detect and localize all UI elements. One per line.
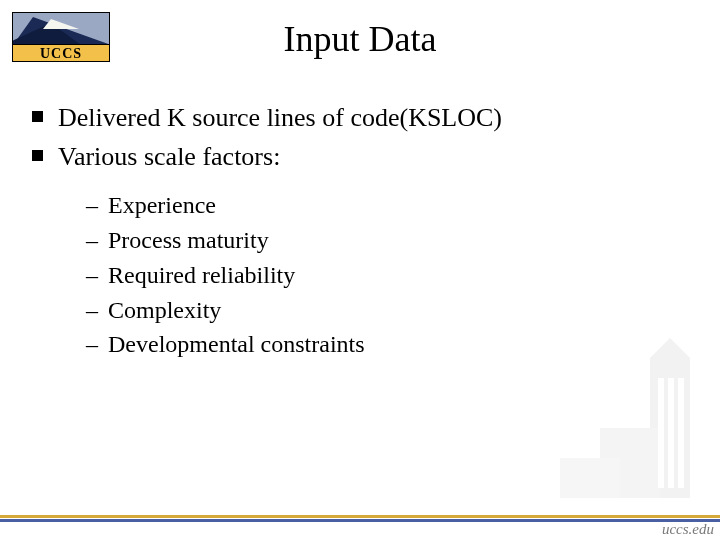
slide-title: Input Data [0,18,720,60]
bullet-text: Various scale factors: [58,142,280,171]
svg-rect-6 [678,378,684,488]
sub-bullet-text: Process maturity [108,227,269,253]
sub-bullet-text: Developmental constraints [108,331,365,357]
bullet-item: Delivered K source lines of code(KSLOC) [30,100,690,135]
sub-bullet-item: Required reliability [30,258,690,293]
footer-divider [0,518,720,522]
sub-bullet-text: Experience [108,192,216,218]
svg-rect-3 [560,458,620,498]
footer-url: uccs.edu [662,521,714,538]
svg-rect-5 [668,378,674,488]
sub-bullet-text: Complexity [108,297,221,323]
sub-bullet-item: Experience [30,188,690,223]
slide-content: Delivered K source lines of code(KSLOC) … [30,100,690,362]
bullet-text: Delivered K source lines of code(KSLOC) [58,103,502,132]
sub-bullet-group: Experience Process maturity Required rel… [30,188,690,362]
bullet-item: Various scale factors: [30,139,690,174]
sub-bullet-item: Complexity [30,293,690,328]
building-watermark-icon [540,338,720,518]
svg-rect-4 [658,378,664,488]
svg-rect-0 [650,358,690,498]
sub-bullet-item: Process maturity [30,223,690,258]
footer-blue-line [0,519,720,522]
svg-rect-2 [600,428,660,498]
sub-bullet-item: Developmental constraints [30,327,690,362]
sub-bullet-text: Required reliability [108,262,295,288]
footer-gold-line [0,515,720,518]
